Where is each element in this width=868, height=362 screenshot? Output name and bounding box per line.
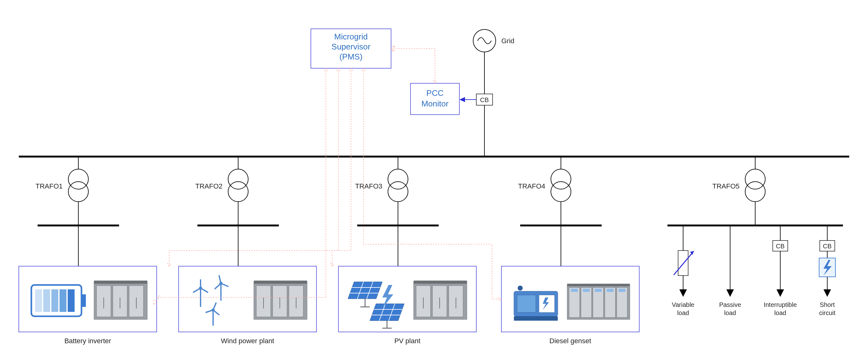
svg-point-16 xyxy=(228,182,248,202)
microgrid-supervisor-box: Microgrid Supervisor (PMS) xyxy=(311,29,391,68)
svg-marker-138 xyxy=(824,289,831,297)
inverter-cabinet-icon xyxy=(94,281,147,320)
passive-load-l2: load xyxy=(724,309,736,316)
pv-plant-box: PV plant xyxy=(338,266,476,345)
svg-rect-103 xyxy=(514,316,558,321)
trafo5: TRAFO5 xyxy=(668,157,843,226)
cb-to-pcc-arrow xyxy=(459,97,476,102)
wind-plant-box: Wind power plant xyxy=(179,266,316,345)
svg-rect-117 xyxy=(595,289,602,292)
microgrid-diagram: Microgrid Supervisor (PMS) Grid CB PCC M… xyxy=(0,0,868,362)
svg-rect-42 xyxy=(52,289,58,312)
svg-marker-127 xyxy=(726,289,734,297)
trafo4-label: TRAFO4 xyxy=(518,182,545,190)
trafo1-label: TRAFO1 xyxy=(35,182,63,190)
svg-rect-110 xyxy=(569,288,580,318)
variable-load: Variable load xyxy=(672,226,694,316)
pv-cabinet-icon xyxy=(414,281,467,320)
passive-load: Passive load xyxy=(719,226,741,316)
svg-point-28 xyxy=(551,182,571,202)
svg-rect-109 xyxy=(567,284,630,286)
variable-load-l1: Variable xyxy=(672,301,694,308)
svg-rect-94 xyxy=(414,281,467,284)
grid-cb-label: CB xyxy=(480,96,489,103)
pv-label: PV plant xyxy=(394,337,420,345)
svg-rect-114 xyxy=(617,288,627,318)
short-circuit: CB Short circuit xyxy=(819,226,836,316)
short-circuit-cb-label: CB xyxy=(823,243,832,250)
svg-rect-70 xyxy=(254,281,307,284)
pcc-monitor-box: PCC Monitor xyxy=(410,83,459,114)
svg-marker-7 xyxy=(459,97,465,102)
wind-label: Wind power plant xyxy=(221,337,274,345)
wind-cabinet-icon xyxy=(254,281,307,320)
svg-rect-115 xyxy=(571,289,578,292)
svg-point-15 xyxy=(228,169,248,189)
svg-rect-116 xyxy=(583,289,590,292)
interruptible-load-l1: Interruptible xyxy=(764,301,797,308)
grid-cb-box: CB xyxy=(476,94,493,157)
trafo3-label: TRAFO3 xyxy=(355,182,382,190)
svg-point-27 xyxy=(551,169,571,189)
svg-rect-40 xyxy=(35,289,42,312)
svg-rect-43 xyxy=(60,289,66,312)
supervisor-line3: (PMS) xyxy=(339,52,363,61)
svg-point-22 xyxy=(388,182,408,202)
diesel-label: Diesel genset xyxy=(549,337,591,345)
battery-icon xyxy=(31,285,86,316)
svg-point-10 xyxy=(68,182,88,202)
svg-marker-131 xyxy=(776,289,784,297)
diesel-genset-box: Diesel genset xyxy=(501,266,639,345)
svg-point-33 xyxy=(745,169,765,189)
svg-point-107 xyxy=(518,286,523,291)
interruptible-load-l2: load xyxy=(774,309,786,316)
interruptible-cb-label: CB xyxy=(776,243,785,250)
svg-rect-118 xyxy=(607,289,614,292)
svg-rect-39 xyxy=(82,294,86,307)
grid-source-icon: Grid xyxy=(473,29,515,94)
svg-rect-111 xyxy=(581,288,592,318)
supervisor-line1: Microgrid xyxy=(334,32,368,41)
trafo2: TRAFO2 xyxy=(195,157,279,266)
short-circuit-l1: Short xyxy=(820,301,835,308)
svg-rect-113 xyxy=(605,288,615,318)
trafo5-label: TRAFO5 xyxy=(712,182,740,190)
grid-label: Grid xyxy=(501,37,515,45)
svg-rect-112 xyxy=(593,288,603,318)
battery-inverter-box: Battery inverter xyxy=(19,266,157,345)
pcc-line1: PCC xyxy=(427,88,444,98)
battery-label: Battery inverter xyxy=(64,337,111,345)
svg-rect-78 xyxy=(348,282,382,299)
svg-rect-119 xyxy=(619,289,625,292)
pcc-line2: Monitor xyxy=(422,99,449,108)
supervisor-line2: Supervisor xyxy=(332,42,371,52)
svg-point-34 xyxy=(745,182,765,202)
svg-point-9 xyxy=(68,169,88,189)
supervisor-to-pcc-link xyxy=(391,45,437,83)
trafo2-label: TRAFO2 xyxy=(195,182,222,190)
variable-load-l2: load xyxy=(677,309,689,316)
short-circuit-l2: circuit xyxy=(819,309,836,316)
svg-rect-121 xyxy=(678,251,688,275)
svg-rect-44 xyxy=(68,289,74,312)
svg-rect-85 xyxy=(370,304,404,321)
svg-marker-125 xyxy=(679,289,687,297)
diesel-cabinet-icon xyxy=(567,284,630,320)
interruptible-load: CB Interruptible load xyxy=(764,226,797,316)
trafo1: TRAFO1 xyxy=(35,157,119,266)
trafo3: TRAFO3 xyxy=(355,157,439,266)
svg-rect-46 xyxy=(94,281,147,284)
trafo4: TRAFO4 xyxy=(518,157,602,266)
svg-rect-41 xyxy=(43,289,50,312)
passive-load-l1: Passive xyxy=(719,301,741,308)
svg-point-21 xyxy=(388,169,408,189)
svg-rect-104 xyxy=(517,295,536,312)
